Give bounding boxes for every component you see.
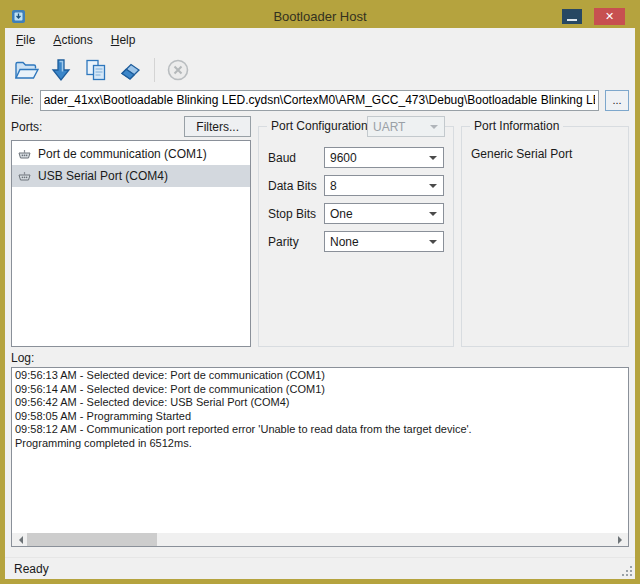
log-line: Programming completed in 6512ms. bbox=[15, 437, 625, 451]
file-row: File: ... bbox=[5, 88, 635, 116]
open-folder-icon bbox=[13, 57, 39, 83]
baud-value: 9600 bbox=[330, 151, 357, 165]
statusbar: Ready bbox=[5, 557, 635, 579]
caption-buttons bbox=[562, 8, 631, 25]
port-item-label: USB Serial Port (COM4) bbox=[38, 169, 168, 183]
resize-grip[interactable] bbox=[621, 565, 634, 578]
serial-port-icon bbox=[17, 170, 32, 183]
parity-label: Parity bbox=[268, 235, 324, 249]
port-configuration-title: Port Configuration bbox=[267, 119, 372, 133]
log-line: 09:56:42 AM - Selected device: USB Seria… bbox=[15, 396, 625, 410]
log-line: 09:56:14 AM - Selected device: Port de c… bbox=[15, 383, 625, 397]
titlebar: Bootloader Host bbox=[5, 5, 635, 28]
erase-button[interactable] bbox=[116, 55, 146, 85]
log-output[interactable]: 09:56:13 AM - Selected device: Port de c… bbox=[12, 368, 628, 533]
ports-label: Ports: bbox=[11, 120, 42, 134]
browse-button[interactable]: ... bbox=[605, 90, 629, 111]
log-label: Log: bbox=[5, 347, 635, 365]
stop-bits-label: Stop Bits bbox=[268, 207, 324, 221]
file-label: File: bbox=[11, 93, 34, 107]
toolbar-separator bbox=[154, 58, 155, 82]
data-bits-dropdown[interactable]: 8 bbox=[324, 175, 444, 196]
port-item-label: Port de communication (COM1) bbox=[38, 147, 207, 161]
log-line: 09:58:05 AM - Programming Started bbox=[15, 410, 625, 424]
scroll-right-arrow-icon[interactable] bbox=[613, 533, 628, 546]
bootloader-host-window: Bootloader Host File Actions Help bbox=[0, 0, 640, 584]
app-icon bbox=[11, 9, 26, 24]
stop-bits-dropdown[interactable]: One bbox=[324, 203, 444, 224]
data-bits-label: Data Bits bbox=[268, 179, 324, 193]
port-configuration-group: Port Configuration UART Baud 9600 Data B… bbox=[258, 126, 454, 347]
parity-dropdown[interactable]: None bbox=[324, 231, 444, 252]
window-title: Bootloader Host bbox=[5, 9, 635, 24]
log-panel: 09:56:13 AM - Selected device: Port de c… bbox=[11, 367, 629, 547]
scrollbar-track[interactable] bbox=[27, 533, 613, 546]
abort-button bbox=[163, 55, 193, 85]
parity-value: None bbox=[330, 235, 359, 249]
port-list-item-com1[interactable]: Port de communication (COM1) bbox=[12, 143, 250, 165]
baud-label: Baud bbox=[268, 151, 324, 165]
main-region: Ports: Filters... Port de communication … bbox=[5, 116, 635, 347]
log-horizontal-scrollbar bbox=[12, 533, 628, 546]
menu-actions[interactable]: Actions bbox=[44, 29, 101, 51]
filters-button[interactable]: Filters... bbox=[184, 116, 251, 137]
baud-dropdown[interactable]: 9600 bbox=[324, 147, 444, 168]
scroll-left-arrow-icon[interactable] bbox=[12, 533, 27, 546]
program-button[interactable] bbox=[46, 55, 76, 85]
verify-documents-icon bbox=[83, 57, 109, 83]
abort-circle-x-icon bbox=[166, 58, 190, 82]
transport-value: UART bbox=[373, 120, 405, 134]
verify-button[interactable] bbox=[81, 55, 111, 85]
file-path-input[interactable] bbox=[40, 90, 599, 111]
eraser-icon bbox=[118, 57, 144, 83]
close-button[interactable] bbox=[594, 8, 625, 25]
transport-dropdown: UART bbox=[367, 116, 445, 137]
port-information-group: Port Information Generic Serial Port bbox=[461, 126, 629, 347]
port-information-title: Port Information bbox=[470, 119, 563, 133]
menu-help[interactable]: Help bbox=[102, 29, 145, 51]
menubar: File Actions Help bbox=[5, 28, 635, 52]
minimize-button[interactable] bbox=[562, 9, 582, 24]
ports-list: Port de communication (COM1) USB Serial … bbox=[11, 140, 251, 347]
data-bits-value: 8 bbox=[330, 179, 337, 193]
toolbar bbox=[5, 52, 635, 88]
log-line: 09:56:13 AM - Selected device: Port de c… bbox=[15, 369, 625, 383]
log-line: 09:58:12 AM - Communication port reporte… bbox=[15, 423, 625, 437]
stop-bits-value: One bbox=[330, 207, 353, 221]
menu-file[interactable]: File bbox=[7, 29, 44, 51]
scrollbar-thumb[interactable] bbox=[27, 533, 157, 546]
port-list-item-com4[interactable]: USB Serial Port (COM4) bbox=[12, 165, 250, 187]
port-information-text: Generic Serial Port bbox=[471, 147, 619, 161]
open-file-button[interactable] bbox=[11, 55, 41, 85]
ports-panel: Ports: Filters... Port de communication … bbox=[11, 116, 251, 347]
program-arrow-icon bbox=[48, 57, 74, 83]
status-text: Ready bbox=[14, 562, 49, 576]
serial-port-icon bbox=[17, 148, 32, 161]
